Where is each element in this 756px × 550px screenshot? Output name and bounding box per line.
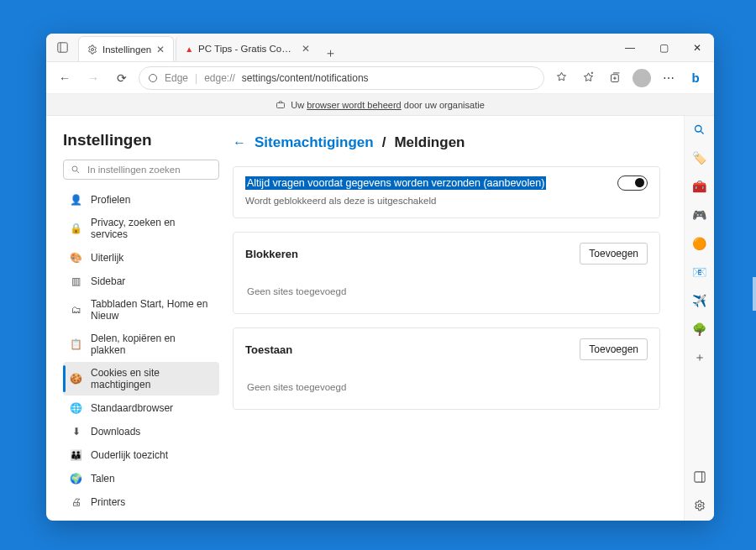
ask-toggle[interactable] [617,175,648,191]
sidebar-item[interactable]: 🍪Cookies en site machtigingen [63,362,219,395]
tools-icon[interactable]: 🧰 [691,178,708,195]
sidebar-item[interactable]: ▥Sidebar [63,270,219,292]
sidebar-item[interactable]: 👤Profielen [63,188,219,211]
nav-label: Uiterlijk [91,252,123,264]
back-button[interactable]: ← [53,66,76,90]
refresh-button[interactable]: ⟳ [110,66,134,90]
read-aloud-icon[interactable] [549,66,573,90]
search-icon[interactable] [691,121,708,138]
sidebar-item[interactable]: 👪Ouderlijk toezicht [63,443,219,466]
search-icon [71,165,81,175]
sidebar-item[interactable]: 🌍Talen [63,467,219,490]
tab-actions-icon[interactable] [46,34,78,61]
profile-button[interactable] [630,66,654,90]
svg-point-4 [150,74,157,81]
maximize-button[interactable]: ▢ [647,34,680,61]
send-icon[interactable]: ✈️ [691,292,708,309]
outlook-icon[interactable]: 📧 [691,264,708,280]
new-tab-button[interactable]: ＋ [318,45,342,61]
sidebar-item[interactable]: 🌐Standaardbrowser [63,396,219,419]
sidebar-item[interactable]: 🎨Uiterlijk [63,246,219,269]
site-favicon: ▲ [185,45,193,54]
games-icon[interactable]: 🎮 [691,207,708,223]
titlebar: Instellingen ✕ ▲ PC Tips - Gratis Comput… [46,34,714,62]
address-bar[interactable]: Edge | edge://settings/content/notificat… [139,66,544,90]
svg-point-3 [92,48,94,50]
nav-label: Ouderlijk toezicht [91,449,168,461]
avatar [633,69,651,87]
site-identity-icon [148,73,158,83]
tab-strip: Instellingen ✕ ▲ PC Tips - Gratis Comput… [78,34,613,61]
svg-rect-18 [694,472,704,482]
settings-rail-icon[interactable] [691,497,708,514]
address-product: Edge [165,72,188,84]
infobar-text: Uw browser wordt beheerd door uw organis… [291,100,485,110]
block-card: Blokkeren Toevoegen Geen sites toegevoeg… [233,232,660,314]
ask-before-send-card: Altijd vragen voordat gegevens worden ve… [233,166,660,218]
nav-icon: 📋 [70,338,82,351]
allow-empty: Geen sites toegevoegd [245,379,648,397]
collections-icon[interactable] [603,66,627,90]
allow-add-button[interactable]: Toevoegen [580,338,648,360]
nav-label: Privacy, zoeken en services [91,217,213,240]
tree-icon[interactable]: 🌳 [691,321,708,338]
breadcrumb-current: Meldingen [394,134,465,151]
minimize-button[interactable]: — [613,34,647,61]
sidebar-item[interactable]: 🗂Tabbladen Start, Home en Nieuw [63,293,219,327]
nav-label: Standaardbrowser [91,402,173,414]
favorites-icon[interactable] [576,66,600,90]
ask-toggle-label: Altijd vragen voordat gegevens worden ve… [245,176,546,190]
close-icon[interactable]: ✕ [302,43,310,55]
nav-icon: 👪 [70,448,82,461]
tab-title: PC Tips - Gratis Computer Tips, [198,44,297,54]
block-title: Blokkeren [245,248,298,260]
nav-icon: ⬇ [70,425,82,437]
breadcrumb-back-button[interactable]: ← [233,135,246,150]
breadcrumb-parent[interactable]: Sitemachtigingen [255,134,374,151]
svg-rect-0 [57,43,66,52]
tab-title: Instellingen [102,45,151,55]
block-add-button[interactable]: Toevoegen [580,243,648,265]
nav-label: Printers [91,496,125,508]
bing-chat-icon[interactable]: b [684,66,707,90]
sidebar-item[interactable]: 📋Delen, kopiëren en plakken [63,327,219,361]
page-title: Instellingen [63,131,219,149]
nav-icon: 🎨 [70,251,82,264]
sidebar-item[interactable]: 🖨Printers [63,490,219,513]
nav-icon: 🖨 [70,495,82,508]
nav-icon: 🌐 [70,401,82,414]
nav-icon: 🗂 [70,304,82,317]
window-controls: — ▢ ✕ [613,34,714,61]
sidebar-item[interactable]: ⬇Downloads [63,420,219,443]
briefcase-icon [276,100,286,110]
svg-point-12 [72,166,77,171]
gear-icon [87,45,97,55]
shopping-icon[interactable]: 🏷️ [691,149,708,166]
search-placeholder: In instellingen zoeken [87,165,181,175]
sidebar-item[interactable]: 💻Systeem en prestaties [63,514,219,521]
settings-search[interactable]: In instellingen zoeken [63,160,219,180]
desktop-edge [753,277,756,311]
nav-icon: 🔒 [70,223,82,235]
close-window-button[interactable]: ✕ [680,34,714,61]
sidebar-item[interactable]: 🔒Privacy, zoeken en services [63,212,219,245]
breadcrumb: ← Sitemachtigingen / Meldingen [233,134,660,151]
office-icon[interactable]: 🟠 [691,235,708,252]
more-button[interactable]: ⋯ [657,66,680,90]
forward-button[interactable]: → [81,66,105,90]
svg-line-13 [77,171,80,174]
side-rail: 🏷️ 🧰 🎮 🟠 📧 ✈️ 🌳 ＋ [684,116,714,521]
sidebar-toggle-icon[interactable] [691,469,708,485]
breadcrumb-sep: / [382,134,386,151]
settings-page: Instellingen In instellingen zoeken 👤Pro… [46,116,684,521]
nav-icon: 💻 [70,519,82,521]
settings-main: ← Sitemachtigingen / Meldingen Altijd vr… [229,116,684,521]
managed-link[interactable]: browser wordt beheerd [307,100,402,110]
svg-rect-11 [277,102,285,107]
toolbar: ← → ⟳ Edge | edge://settings/content/not… [46,62,714,94]
add-rail-icon[interactable]: ＋ [691,349,708,366]
tab-settings[interactable]: Instellingen ✕ [78,36,174,61]
nav-label: Systeem en prestaties [91,520,191,521]
close-icon[interactable]: ✕ [156,44,165,55]
tab-pctips[interactable]: ▲ PC Tips - Gratis Computer Tips, ✕ [176,36,318,61]
